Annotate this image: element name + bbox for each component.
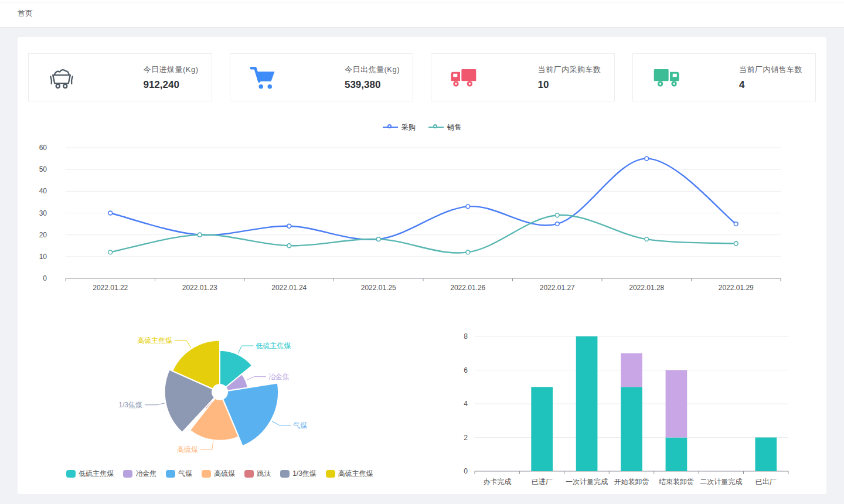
svg-text:0: 0	[464, 467, 468, 475]
stat-card-coal-in: 今日进煤量(Kg) 912,240	[28, 53, 212, 101]
stat-value: 539,380	[345, 79, 380, 91]
svg-text:6: 6	[464, 366, 468, 374]
svg-text:高硫主焦煤: 高硫主焦煤	[137, 336, 172, 345]
pie-legend-item-4[interactable]: 跳汰	[244, 469, 271, 479]
svg-text:8: 8	[464, 332, 468, 340]
sales-truck-icon	[651, 64, 681, 91]
stat-card-coke-out: 今日出焦量(Kg) 539,380	[230, 53, 414, 101]
stat-label: 当前厂内销售车数	[739, 64, 802, 75]
svg-text:已出厂: 已出厂	[755, 478, 777, 486]
stat-value: 4	[739, 79, 744, 91]
svg-text:30: 30	[39, 209, 47, 217]
legend-line-marker-icon	[383, 124, 398, 130]
legend-item-0[interactable]: 采购	[383, 122, 416, 132]
shopping-cart-icon	[248, 64, 278, 91]
svg-text:60: 60	[39, 144, 47, 152]
pie-legend-item-0[interactable]: 低硫主焦煤	[66, 469, 114, 479]
legend-swatch-icon	[326, 470, 335, 478]
purchase-sales-line-chart[interactable]: 01020304050602022.01.222022.01.232022.01…	[35, 135, 809, 305]
legend-label: 高硫主焦煤	[338, 469, 373, 479]
svg-text:2022.01.25: 2022.01.25	[361, 284, 396, 292]
stats-row: 今日进煤量(Kg) 912,240 今日出焦量(Kg) 539,380	[18, 53, 826, 101]
pie-legend-item-1[interactable]: 冶金焦	[123, 469, 156, 479]
svg-text:冶金焦: 冶金焦	[268, 373, 290, 381]
svg-text:已进厂: 已进厂	[532, 478, 553, 486]
legend-swatch-icon	[123, 470, 132, 478]
stat-card-sales-trucks: 当前厂内销售车数 4	[632, 53, 816, 101]
svg-text:2022.01.26: 2022.01.26	[450, 284, 485, 292]
svg-text:2022.01.28: 2022.01.28	[629, 284, 664, 292]
stat-value: 10	[538, 79, 549, 91]
top-nav-bar: 首页	[0, 0, 844, 28]
legend-item-1[interactable]: 销售	[428, 122, 461, 132]
pie-legend-item-5[interactable]: 1/3焦煤	[280, 469, 316, 479]
svg-text:2022.01.23: 2022.01.23	[182, 284, 217, 292]
legend-swatch-icon	[202, 470, 211, 478]
breadcrumb[interactable]: 首页	[18, 8, 33, 19]
svg-text:10: 10	[39, 253, 47, 261]
purchase-truck-icon	[449, 64, 479, 91]
stat-label: 今日进煤量(Kg)	[143, 64, 198, 75]
vehicle-status-bar-section: 02468办卡完成已进厂一次计量完成开始装卸货结束装卸货二次计量完成已出厂	[422, 325, 826, 491]
pie-legend-item-6[interactable]: 高硫主焦煤	[326, 469, 373, 479]
dashboard-panel: 今日进煤量(Kg) 912,240 今日出焦量(Kg) 539,380	[18, 37, 826, 494]
svg-text:低硫主焦煤: 低硫主焦煤	[256, 342, 291, 350]
vehicle-status-bar-chart[interactable]: 02468办卡完成已进厂一次计量完成开始装卸货结束装卸货二次计量完成已出厂	[445, 325, 826, 491]
legend-swatch-icon	[166, 470, 175, 478]
svg-text:2022.01.22: 2022.01.22	[93, 284, 128, 292]
svg-text:气煤: 气煤	[292, 421, 307, 430]
mine-cart-icon	[46, 64, 77, 91]
legend-label: 低硫主焦煤	[79, 469, 114, 479]
legend-label: 冶金焦	[135, 469, 156, 479]
bottom-charts-row: 低硫主焦煤冶金焦气煤高硫煤跳汰1/3焦煤高硫主焦煤 低硫主焦煤冶金焦气煤高硫煤跳…	[18, 325, 826, 491]
svg-text:二次计量完成: 二次计量完成	[700, 478, 742, 486]
coal-type-rose-chart[interactable]: 低硫主焦煤冶金焦气煤高硫煤跳汰1/3焦煤高硫主焦煤	[38, 325, 401, 462]
stat-label: 当前厂内采购车数	[538, 64, 601, 75]
legend-label: 销售	[447, 122, 461, 132]
stat-value: 912,240	[143, 79, 179, 91]
coal-type-pie-section: 低硫主焦煤冶金焦气煤高硫煤跳汰1/3焦煤高硫主焦煤 低硫主焦煤冶金焦气煤高硫煤跳…	[18, 325, 422, 491]
svg-text:50: 50	[39, 165, 47, 173]
pie-legend-item-2[interactable]: 气煤	[166, 469, 192, 479]
legend-label: 1/3焦煤	[292, 469, 316, 479]
stat-label: 今日出焦量(Kg)	[345, 64, 400, 75]
svg-text:办卡完成: 办卡完成	[483, 478, 511, 486]
svg-text:40: 40	[39, 187, 47, 195]
svg-text:2022.01.24: 2022.01.24	[271, 284, 307, 292]
svg-text:一次计量完成: 一次计量完成	[566, 478, 608, 486]
legend-swatch-icon	[280, 470, 290, 478]
svg-text:2: 2	[464, 434, 468, 442]
svg-text:2022.01.27: 2022.01.27	[540, 284, 575, 292]
svg-text:结束装卸货: 结束装卸货	[659, 478, 694, 486]
stat-card-purchase-trucks: 当前厂内采购车数 10	[431, 53, 615, 101]
svg-text:1/3焦煤: 1/3焦煤	[118, 401, 142, 409]
legend-line-marker-icon	[428, 124, 444, 130]
line-chart-legend: 采购销售	[18, 122, 826, 132]
legend-label: 采购	[401, 122, 416, 132]
legend-label: 高硫煤	[214, 469, 235, 479]
svg-text:高硫煤: 高硫煤	[177, 445, 198, 454]
svg-text:开始装卸货: 开始装卸货	[614, 478, 649, 486]
legend-label: 跳汰	[257, 469, 271, 479]
pie-legend-item-3[interactable]: 高硫煤	[202, 469, 235, 479]
legend-swatch-icon	[244, 470, 254, 478]
svg-text:4: 4	[464, 400, 468, 408]
legend-label: 气煤	[178, 469, 192, 479]
legend-swatch-icon	[66, 470, 76, 478]
svg-text:20: 20	[39, 231, 47, 239]
svg-text:2022.01.29: 2022.01.29	[719, 284, 754, 292]
svg-text:0: 0	[43, 274, 47, 282]
pie-chart-legend: 低硫主焦煤冶金焦气煤高硫煤跳汰1/3焦煤高硫主焦煤	[18, 469, 422, 478]
